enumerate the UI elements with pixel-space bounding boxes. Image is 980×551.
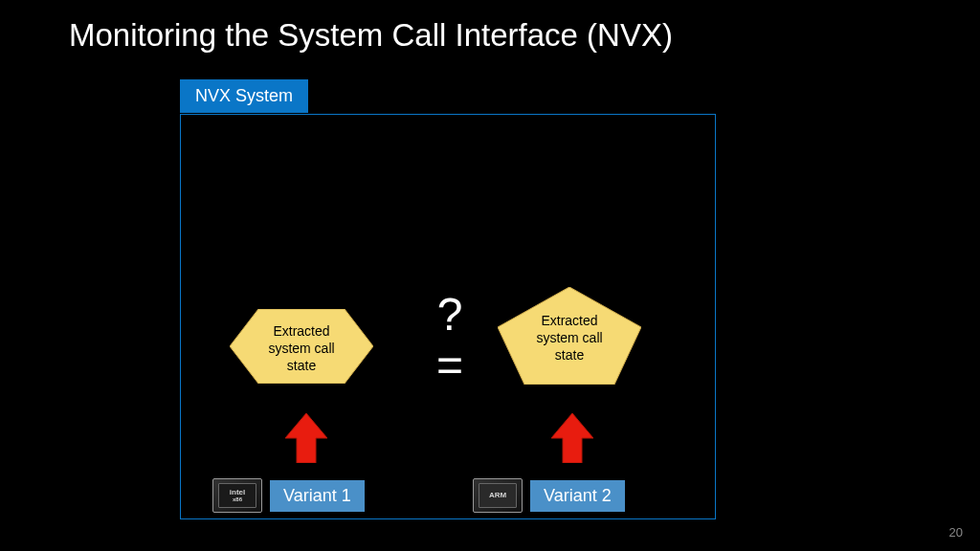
comparator-equals: = xyxy=(431,341,469,391)
up-arrow-icon-1 xyxy=(285,413,327,463)
extracted-state-label-2: Extractedsystem callstate xyxy=(498,312,641,364)
variant-1-box: Variant 1 xyxy=(270,480,365,512)
extracted-state-pentagon: Extractedsystem callstate xyxy=(498,287,641,385)
nvx-system-tab: NVX System xyxy=(180,79,308,113)
arm-chip-icon: ARM xyxy=(473,478,523,513)
comparator-block: ? = xyxy=(431,290,469,391)
arm-chip-label: ARM xyxy=(479,483,517,508)
up-arrow-icon-2 xyxy=(551,413,593,463)
extracted-state-label-1: Extractedsystem callstate xyxy=(230,322,373,375)
intel-chip-label: intel x86 xyxy=(218,483,256,508)
svg-marker-3 xyxy=(551,413,593,463)
extracted-state-hexagon: Extractedsystem callstate xyxy=(230,309,373,384)
svg-marker-2 xyxy=(285,413,327,463)
page-number: 20 xyxy=(949,525,963,540)
comparator-question-mark: ? xyxy=(431,290,469,341)
slide-title: Monitoring the System Call Interface (NV… xyxy=(69,17,673,54)
variant-2-box: Variant 2 xyxy=(530,480,625,512)
intel-chip-icon: intel x86 xyxy=(212,478,262,513)
